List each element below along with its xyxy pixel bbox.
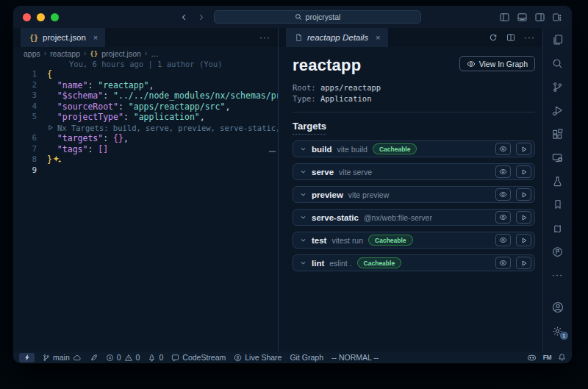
- target-row-test[interactable]: testvitest runCacheable: [293, 232, 535, 249]
- remote-indicator[interactable]: [19, 353, 35, 363]
- chevron-down-icon[interactable]: [300, 168, 306, 175]
- code-line-text: "tags": []: [47, 144, 278, 155]
- command-center-search[interactable]: projcrystal: [214, 10, 421, 24]
- tab-bar: {} project.json × ··· reactapp Details ×…: [13, 28, 542, 47]
- view-target-details-button[interactable]: [495, 165, 511, 178]
- codestream-indicator[interactable]: CodeStream: [171, 353, 226, 362]
- view-target-details-button[interactable]: [495, 257, 511, 269]
- forward-icon[interactable]: [197, 13, 205, 21]
- project-flag-icon[interactable]: [552, 246, 564, 257]
- close-tab-icon[interactable]: ×: [376, 33, 380, 42]
- toggle-panel-icon[interactable]: [517, 13, 527, 21]
- toggle-secondary-sidebar-icon[interactable]: [535, 13, 545, 21]
- code-lines: 1{2 "name": "reactapp",3 "$schema": "../…: [13, 69, 278, 176]
- remote-explorer-icon[interactable]: [552, 151, 564, 163]
- code-line-text: "name": "reactapp",: [47, 80, 278, 91]
- chevron-down-icon[interactable]: [300, 191, 306, 198]
- account-icon[interactable]: [552, 301, 564, 313]
- target-row-build[interactable]: buildvite buildCacheable: [293, 140, 535, 157]
- code-line-text: [47, 165, 278, 176]
- source-control-icon[interactable]: [552, 81, 564, 93]
- run-target-button[interactable]: [516, 165, 531, 178]
- target-name: preview: [312, 190, 343, 199]
- minimize-window-button[interactable]: [37, 13, 45, 21]
- more-views-icon[interactable]: ···: [552, 269, 564, 281]
- breadcrumb-item[interactable]: project.json: [101, 49, 141, 58]
- line-number: 8: [13, 154, 47, 165]
- live-share-indicator[interactable]: Live Share: [234, 353, 282, 362]
- view-target-details-button[interactable]: [495, 211, 511, 224]
- more-actions-icon[interactable]: ···: [524, 32, 535, 43]
- status-bar: main 0 0 0 CodeStream Live Share Git Gra…: [13, 351, 572, 363]
- tab-label: reactapp Details: [307, 33, 368, 42]
- target-name: lint: [312, 259, 324, 268]
- problems-indicator[interactable]: 0 0: [106, 353, 140, 362]
- chevron-down-icon[interactable]: [300, 260, 306, 266]
- chevron-down-icon[interactable]: [300, 237, 306, 243]
- run-target-button[interactable]: [516, 234, 531, 246]
- breadcrumb-item[interactable]: apps: [24, 49, 40, 58]
- run-target-button[interactable]: [516, 188, 531, 201]
- nx-targets-codelens[interactable]: Nx Targets: build, serve, preview, serve…: [47, 123, 278, 134]
- view-target-details-button[interactable]: [495, 188, 511, 201]
- close-window-button[interactable]: [23, 13, 31, 21]
- copilot-icon[interactable]: [527, 354, 537, 362]
- more-actions-icon[interactable]: ···: [259, 32, 270, 43]
- search-icon[interactable]: [552, 57, 564, 69]
- codelens-row: Nx Targets: build, serve, preview, serve…: [13, 123, 278, 134]
- git-branch-indicator[interactable]: main: [43, 353, 82, 362]
- code-editor[interactable]: You, 6 hours ago | 1 author (You) 1{2 "n…: [13, 60, 278, 176]
- git-graph-indicator[interactable]: Git Graph: [290, 353, 323, 362]
- close-tab-icon[interactable]: ×: [93, 33, 98, 42]
- target-row-serve[interactable]: servevite serve: [293, 163, 535, 180]
- tab-reactapp-details[interactable]: reactapp Details ×: [286, 28, 388, 47]
- todo-tree-indicator[interactable]: 0: [148, 353, 163, 362]
- run-target-button[interactable]: [516, 211, 531, 224]
- divider: [293, 112, 535, 113]
- run-debug-icon[interactable]: [552, 104, 564, 116]
- chevron-down-icon[interactable]: [300, 214, 306, 221]
- back-icon[interactable]: [180, 13, 188, 21]
- view-target-details-button[interactable]: [495, 143, 511, 155]
- cacheable-badge: Cacheable: [357, 257, 402, 268]
- code-line-text: {: [47, 69, 278, 80]
- target-row-lint[interactable]: linteslint .Cacheable: [293, 254, 535, 271]
- breadcrumb: apps› reactapp› {} project.json› …: [13, 47, 278, 60]
- cacheable-badge: Cacheable: [373, 143, 417, 154]
- nx-console-icon[interactable]: [552, 222, 564, 234]
- extensions-icon[interactable]: [552, 128, 564, 140]
- notifications-bell-icon[interactable]: [558, 353, 566, 362]
- toggle-primary-sidebar-icon[interactable]: [500, 13, 509, 21]
- customize-layout-icon[interactable]: [553, 13, 562, 21]
- breadcrumb-item[interactable]: …: [151, 49, 159, 58]
- target-row-serve-static[interactable]: serve-static@nx/web:file-server: [293, 209, 535, 226]
- ai-sparkle-icon[interactable]: [53, 155, 62, 164]
- feather-indicator[interactable]: [90, 354, 98, 362]
- project-title: reactapp: [293, 56, 361, 75]
- split-editor-icon[interactable]: [506, 33, 515, 42]
- eye-icon: [467, 60, 476, 68]
- project-type-row: Type: Application: [293, 93, 535, 104]
- explorer-icon[interactable]: [552, 34, 564, 46]
- test-beaker-icon[interactable]: [552, 175, 564, 187]
- breadcrumb-item[interactable]: reactapp: [50, 49, 80, 58]
- code-line-text: "targets": {},: [47, 133, 278, 144]
- bookmarks-icon[interactable]: [552, 199, 564, 210]
- tab-project-json[interactable]: {} project.json ×: [21, 28, 105, 47]
- fm-indicator[interactable]: FM: [543, 354, 551, 361]
- target-command: eslint .: [329, 259, 351, 268]
- run-target-button[interactable]: [516, 143, 531, 155]
- activity-bar: ··· 1: [542, 28, 572, 351]
- chevron-down-icon[interactable]: [300, 146, 306, 152]
- settings-gear-icon[interactable]: 1: [552, 325, 564, 337]
- run-target-button[interactable]: [516, 257, 531, 269]
- json-file-icon: {}: [90, 50, 98, 57]
- zoom-window-button[interactable]: [51, 13, 59, 21]
- view-in-graph-button[interactable]: View In Graph: [459, 56, 535, 71]
- code-line: 1{: [13, 69, 278, 80]
- target-row-preview[interactable]: previewvite preview: [293, 186, 535, 203]
- view-target-details-button[interactable]: [495, 234, 511, 246]
- vim-mode-indicator[interactable]: -- NORMAL --: [331, 353, 379, 362]
- code-line: 9: [13, 165, 278, 176]
- refresh-icon[interactable]: [489, 33, 498, 42]
